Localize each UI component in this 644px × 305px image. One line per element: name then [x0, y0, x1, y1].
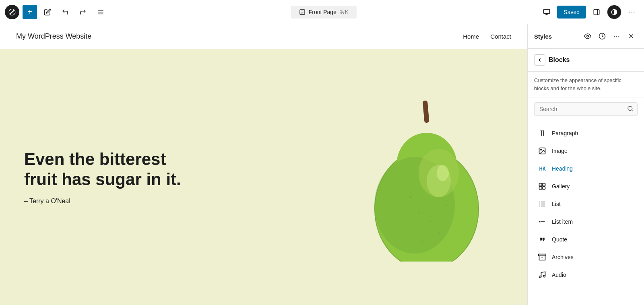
clock-icon [599, 33, 606, 40]
svg-point-34 [618, 36, 619, 37]
svg-rect-42 [543, 183, 545, 186]
block-item-heading[interactable]: Heading [531, 160, 641, 177]
search-container [528, 97, 644, 121]
svg-point-55 [539, 276, 541, 278]
desktop-view-button[interactable] [539, 5, 554, 19]
undo-icon [62, 8, 69, 16]
svg-rect-10 [594, 9, 599, 15]
list-item-block-icon [537, 217, 547, 227]
svg-point-56 [543, 275, 545, 277]
chevron-left-icon [537, 57, 543, 63]
block-item-list[interactable]: List [531, 195, 641, 213]
redo-icon [79, 8, 87, 16]
archives-block-icon [537, 252, 547, 262]
svg-point-13 [630, 11, 630, 12]
gallery-block-icon [537, 181, 547, 191]
history-button[interactable] [596, 30, 609, 43]
search-wrapper [534, 102, 638, 116]
hero-text: Even the bitterest fruit has sugar in it… [0, 125, 209, 229]
block-item-list-item[interactable]: List item [531, 213, 641, 231]
block-item-archives[interactable]: Archives [531, 248, 641, 266]
wp-logo[interactable] [5, 5, 19, 19]
list-view-icon [97, 8, 104, 16]
svg-rect-44 [543, 187, 545, 190]
svg-point-26 [410, 196, 411, 198]
panel-more-button[interactable] [610, 30, 623, 43]
color-scheme-toggle[interactable] [607, 5, 621, 19]
svg-point-33 [616, 36, 617, 37]
hero-attribution: – Terry a O'Neal [24, 198, 185, 205]
svg-point-24 [418, 212, 419, 214]
more-options-icon [628, 8, 636, 16]
page-title-label: Front Page [309, 9, 336, 15]
blocks-back-button[interactable] [534, 54, 545, 66]
paragraph-block-icon [537, 128, 547, 138]
svg-line-38 [632, 110, 633, 111]
svg-point-23 [437, 165, 449, 181]
svg-point-40 [541, 149, 542, 150]
panel-header: Styles [528, 24, 644, 49]
shortcut-label: ⌘K [340, 9, 349, 15]
quote-block-icon [537, 235, 547, 244]
search-input[interactable] [534, 102, 638, 116]
nav-contact[interactable]: Contact [490, 33, 511, 40]
list-item-block-label: List item [552, 218, 573, 225]
svg-rect-53 [539, 254, 546, 256]
block-item-paragraph[interactable]: Paragraph [531, 124, 641, 142]
svg-rect-16 [423, 101, 429, 123]
close-panel-button[interactable] [625, 30, 638, 43]
site-title: My WordPress Website [16, 32, 91, 41]
undo-button[interactable] [58, 5, 72, 19]
panel-icon [593, 8, 600, 16]
site-nav: Home Contact [463, 33, 511, 40]
blocks-header: Blocks [528, 49, 644, 72]
panel-toggle-button[interactable] [589, 5, 604, 19]
svg-point-14 [632, 11, 632, 12]
more-options-button[interactable] [625, 5, 639, 19]
paragraph-block-label: Paragraph [552, 130, 578, 136]
block-item-audio[interactable]: Audio [531, 266, 641, 284]
wp-logo-icon [8, 8, 16, 16]
panel-title: Styles [534, 33, 552, 40]
svg-point-15 [634, 11, 634, 12]
svg-point-51 [539, 221, 541, 222]
pear-svg [358, 93, 495, 262]
toolbar-center: Front Page ⌘K [111, 6, 536, 19]
styles-preview-button[interactable] [581, 30, 594, 43]
block-item-image[interactable]: Image [531, 142, 641, 160]
blocks-title: Blocks [549, 56, 570, 64]
block-item-gallery[interactable]: Gallery [531, 177, 641, 195]
nav-home[interactable]: Home [463, 33, 479, 40]
site-header: My WordPress Website Home Contact [0, 24, 527, 49]
archives-block-label: Archives [552, 254, 574, 260]
eye-icon [584, 33, 591, 40]
redo-button[interactable] [76, 5, 90, 19]
toolbar: + Front Page ⌘K [0, 0, 644, 24]
hero-section: Even the bitterest fruit has sugar in it… [0, 49, 527, 305]
desktop-icon [543, 8, 550, 16]
close-icon [627, 33, 635, 40]
pencil-icon [44, 8, 51, 16]
page-info-button[interactable]: Front Page ⌘K [291, 6, 357, 19]
svg-point-37 [628, 106, 632, 111]
svg-point-30 [587, 35, 589, 37]
svg-point-27 [438, 233, 440, 234]
list-view-button[interactable] [93, 5, 108, 19]
add-block-button[interactable]: + [23, 5, 37, 19]
heading-block-label: Heading [552, 165, 573, 172]
saved-button[interactable]: Saved [557, 6, 586, 19]
main-area: My WordPress Website Home Contact Even t… [0, 24, 644, 305]
svg-point-32 [614, 36, 615, 37]
list-block-label: List [552, 201, 561, 207]
image-block-icon [537, 146, 547, 156]
edit-icon-button[interactable] [40, 5, 55, 19]
right-panel: Styles [527, 24, 644, 305]
svg-point-25 [430, 221, 431, 222]
svg-rect-41 [539, 183, 542, 186]
svg-rect-43 [539, 187, 542, 190]
contrast-icon [611, 9, 617, 15]
block-item-quote[interactable]: Quote [531, 231, 641, 248]
hero-pear-image [358, 93, 495, 262]
audio-block-icon [537, 270, 547, 280]
svg-rect-7 [544, 9, 550, 14]
